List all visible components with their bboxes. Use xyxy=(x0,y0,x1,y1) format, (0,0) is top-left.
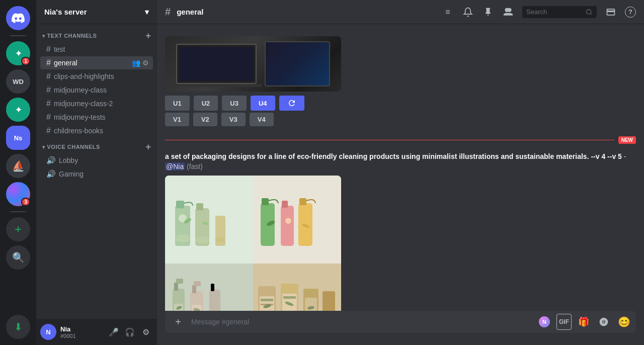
add-server-button[interactable]: + xyxy=(6,217,30,241)
gift-icon[interactable]: 🎁 xyxy=(576,314,592,330)
search-box[interactable] xyxy=(522,6,597,18)
sidebar-item-general[interactable]: # general 👥 ⚙ xyxy=(40,56,153,69)
help-icon[interactable]: ? xyxy=(625,7,636,18)
main-content: # general ≡ ? xyxy=(157,0,644,345)
add-text-channel-button[interactable]: + xyxy=(144,31,153,40)
upscale-u1-btn[interactable]: U1 xyxy=(165,96,190,111)
sidebar-item-midjourney-class2[interactable]: # midjourney-class-2 xyxy=(40,97,153,110)
user-mention: @Nia xyxy=(165,162,185,170)
mute-button[interactable]: 🎤 xyxy=(107,325,121,339)
nitro-icon[interactable]: N xyxy=(536,314,552,330)
variation-v4-btn[interactable]: V4 xyxy=(250,113,274,126)
channel-name-mj2: midjourney-class-2 xyxy=(54,100,149,108)
svg-rect-43 xyxy=(283,296,296,299)
svg-point-21 xyxy=(285,218,291,224)
server-icon-openai1[interactable]: ✦ 1 xyxy=(6,41,30,65)
add-voice-channel-button[interactable]: + xyxy=(144,142,153,151)
upscale-u4-btn[interactable]: U4 xyxy=(251,96,275,111)
svg-point-4 xyxy=(175,234,190,242)
server-icon-openai2[interactable]: ✦ xyxy=(6,98,30,122)
collapse-arrow-icon: ▾ xyxy=(42,33,45,39)
svg-rect-38 xyxy=(260,296,274,311)
messages-area: U1 U2 U3 U4 V1 V2 V3 V4 NEW a set o xyxy=(157,24,644,311)
svg-rect-16 xyxy=(281,206,294,246)
text-channels-label: TEXT CHANNELS xyxy=(47,33,97,39)
message-input-inner: + N GIF 🎁 😊 xyxy=(165,311,636,333)
server-icon-boat[interactable]: ⛵ xyxy=(6,154,30,178)
settings-button[interactable]: ⚙ xyxy=(139,325,153,339)
notification-icon[interactable] xyxy=(462,6,474,18)
sidebar-item-childrens-books[interactable]: # childrens-books xyxy=(40,124,153,137)
top-image xyxy=(165,36,341,92)
sticker-icon[interactable] xyxy=(596,314,612,330)
pin-icon[interactable] xyxy=(482,6,494,18)
variation-button-row-1: V1 V2 V3 V4 xyxy=(165,113,636,126)
chevron-down-icon: ▾ xyxy=(145,8,149,17)
people-icon[interactable]: 👥 xyxy=(132,59,140,67)
message-input[interactable] xyxy=(191,311,532,333)
upscale-u2-btn[interactable]: U2 xyxy=(194,96,218,111)
inbox-icon[interactable] xyxy=(605,6,617,18)
text-channels-header[interactable]: ▾ TEXT CHANNELS + xyxy=(36,28,157,42)
svg-rect-15 xyxy=(262,198,269,205)
channel-name-general: general xyxy=(54,59,129,67)
sidebar-item-midjourney-tests[interactable]: # midjourney-tests xyxy=(40,111,153,124)
voice-channels-label: VOICE CHANNELS xyxy=(47,144,100,150)
add-attachment-button[interactable]: + xyxy=(169,311,187,333)
server-header[interactable]: Nia's server ▾ xyxy=(36,0,157,24)
image-quadrant-2 xyxy=(253,176,341,264)
icon-bar: ✦ 1 WD ✦ Ns ⛵ 3 + 🔍 ⬇ xyxy=(0,0,36,345)
divider-2 xyxy=(10,211,26,212)
refresh-btn-top[interactable] xyxy=(279,96,304,111)
channel-name-cb: childrens-books xyxy=(54,127,149,135)
gear-icon[interactable]: ⚙ xyxy=(142,59,149,67)
input-right-icons: N GIF 🎁 😊 xyxy=(536,314,632,330)
svg-rect-7 xyxy=(196,203,203,210)
sidebar-item-test[interactable]: # test xyxy=(40,43,153,56)
sidebar-item-clips[interactable]: # clips-and-highlights xyxy=(40,70,153,83)
header-icons: ≡ ? xyxy=(442,6,636,18)
server-icon-gradient[interactable]: 3 xyxy=(6,182,30,206)
sidebar-content: ▾ TEXT CHANNELS + # test # general 👥 ⚙ xyxy=(36,24,157,319)
image-quadrant-1 xyxy=(165,176,253,264)
sidebar-item-gaming[interactable]: 🔊 Gaming xyxy=(40,167,153,181)
server-icon-wd[interactable]: WD xyxy=(6,69,30,94)
discord-logo[interactable] xyxy=(6,6,30,30)
svg-rect-3 xyxy=(176,201,184,208)
server-icon-ns[interactable]: Ns xyxy=(6,126,30,150)
upscale-button-row-1: U1 U2 U3 U4 xyxy=(165,96,636,111)
volume-icon-lobby: 🔊 xyxy=(46,156,56,165)
voice-channels-header[interactable]: ▾ VOICE CHANNELS + xyxy=(36,139,157,153)
sidebar-item-midjourney-class[interactable]: # midjourney-class xyxy=(40,83,153,97)
channel-name-test: test xyxy=(54,45,149,53)
members-icon[interactable] xyxy=(502,6,514,18)
sidebar-item-lobby[interactable]: 🔊 Lobby xyxy=(40,154,153,167)
text-channels-section: ▾ TEXT CHANNELS + # test # general 👥 ⚙ xyxy=(36,28,157,137)
variation-v3-btn[interactable]: V3 xyxy=(221,113,246,126)
search-input[interactable] xyxy=(526,8,583,16)
deafen-button[interactable]: 🎧 xyxy=(123,325,137,339)
main-image-container xyxy=(165,176,341,311)
variation-v1-btn[interactable]: V1 xyxy=(165,113,189,126)
upscale-u3-btn[interactable]: U3 xyxy=(222,96,247,111)
svg-point-0 xyxy=(587,9,591,14)
variation-v2-btn[interactable]: V2 xyxy=(193,113,217,126)
hash-icon-mjt: # xyxy=(46,113,51,122)
message-input-bar: + N GIF 🎁 😊 xyxy=(157,311,644,345)
volume-icon-gaming: 🔊 xyxy=(46,169,56,179)
collapse-arrow-voice-icon: ▾ xyxy=(42,144,45,150)
message-prompt-text: a set of packaging designs for a line of… xyxy=(157,148,644,174)
new-badge: NEW xyxy=(618,136,636,144)
explore-button[interactable]: 🔍 xyxy=(6,245,30,270)
avatar[interactable]: N xyxy=(40,324,56,340)
sidebar: Nia's server ▾ ▾ TEXT CHANNELS + # test … xyxy=(36,0,157,345)
mention-separator: - xyxy=(624,152,626,160)
top-image-container xyxy=(165,36,341,92)
channel-name-mjt: midjourney-tests xyxy=(54,113,149,121)
download-button[interactable]: ⬇ xyxy=(6,315,30,339)
threads-icon[interactable]: ≡ xyxy=(442,6,454,18)
new-message-divider: NEW xyxy=(157,134,644,146)
emoji-button[interactable]: 😊 xyxy=(616,314,632,330)
gif-button[interactable]: GIF xyxy=(556,314,572,330)
hash-icon-mj: # xyxy=(46,85,51,95)
